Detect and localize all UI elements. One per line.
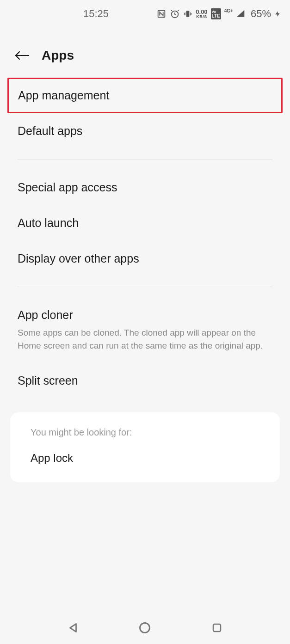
item-title: Split screen xyxy=(18,374,272,387)
item-app-cloner[interactable]: App cloner Some apps can be cloned. The … xyxy=(0,297,290,363)
circle-home-icon xyxy=(138,621,151,634)
vibrate-icon xyxy=(183,9,192,19)
item-title: Auto launch xyxy=(18,216,272,230)
item-title: Display over other apps xyxy=(18,252,272,265)
item-title: Default apps xyxy=(18,124,272,138)
divider xyxy=(18,159,272,159)
item-title: Special app access xyxy=(18,181,272,194)
navigation-bar xyxy=(0,612,290,644)
back-button[interactable] xyxy=(14,47,31,64)
svg-point-3 xyxy=(140,623,150,633)
page-header: Apps xyxy=(0,28,290,78)
network-type: 4G+ xyxy=(224,8,233,13)
suggestion-item-app-lock[interactable]: App lock xyxy=(31,452,259,465)
volte-bottom: LTE xyxy=(212,13,220,18)
status-time: 15:25 xyxy=(83,8,109,20)
svg-rect-4 xyxy=(213,624,221,632)
battery-percent: 65% xyxy=(251,8,271,20)
status-bar: 15:25 0.00 KB/S Vo LTE xyxy=(0,0,290,28)
page-title: Apps xyxy=(42,48,74,63)
item-special-app-access[interactable]: Special app access xyxy=(0,170,290,205)
square-recent-icon xyxy=(211,622,222,633)
volte-icon: Vo LTE xyxy=(211,8,221,19)
item-split-screen[interactable]: Split screen xyxy=(0,363,290,399)
item-app-management[interactable]: App management xyxy=(7,78,283,113)
item-description: Some apps can be cloned. The cloned app … xyxy=(18,326,272,352)
charging-icon xyxy=(274,9,281,19)
data-rate-icon: 0.00 KB/S xyxy=(196,9,207,19)
arrow-left-icon xyxy=(14,49,31,62)
alarm-icon xyxy=(170,9,180,19)
svg-rect-2 xyxy=(186,11,190,17)
item-default-apps[interactable]: Default apps xyxy=(0,113,290,149)
item-auto-launch[interactable]: Auto launch xyxy=(0,205,290,241)
nav-recent-button[interactable] xyxy=(208,619,226,637)
item-title: App management xyxy=(18,89,271,102)
suggestion-card: You might be looking for: App lock xyxy=(10,412,280,482)
nav-home-button[interactable] xyxy=(136,619,154,637)
nfc-icon xyxy=(156,9,167,19)
status-icons: 0.00 KB/S Vo LTE 4G+ 65% xyxy=(109,8,281,20)
signal-icon xyxy=(235,9,246,18)
nav-back-button[interactable] xyxy=(64,619,82,637)
item-display-over-other-apps[interactable]: Display over other apps xyxy=(0,241,290,276)
triangle-back-icon xyxy=(67,622,79,634)
settings-list: App management Default apps Special app … xyxy=(0,78,290,482)
item-title: App cloner xyxy=(18,308,272,322)
suggestion-label: You might be looking for: xyxy=(31,427,259,438)
divider xyxy=(18,287,272,287)
data-rate-unit: KB/S xyxy=(196,15,207,19)
